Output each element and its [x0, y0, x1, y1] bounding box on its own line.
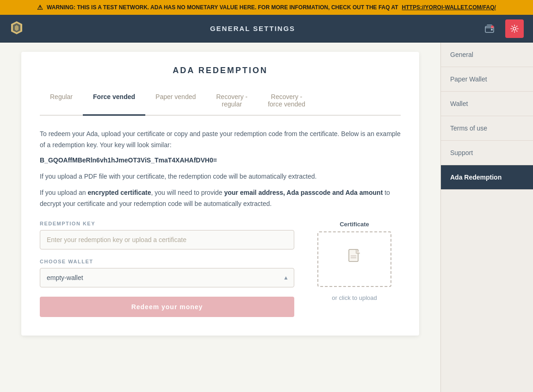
- wallet-select-wrapper: empty-wallet ▲: [40, 268, 294, 287]
- sidebar-item-wallet[interactable]: Wallet: [441, 92, 533, 116]
- right-sidebar: General Paper Wallet Wallet Terms of use…: [440, 43, 533, 392]
- tab-recovery-force-vended[interactable]: Recovery - force vended: [258, 88, 316, 116]
- svg-rect-4: [491, 29, 493, 31]
- sidebar-item-terms-of-use[interactable]: Terms of use: [441, 116, 533, 141]
- sidebar-item-paper-wallet[interactable]: Paper Wallet: [441, 67, 533, 92]
- tab-force-vended[interactable]: Force vended: [83, 88, 145, 116]
- redeem-button-wrapper: Redeem your money: [40, 297, 294, 317]
- redeem-button[interactable]: Redeem your money: [40, 297, 294, 317]
- tab-paper-vended[interactable]: Paper vended: [145, 88, 206, 116]
- warning-text: WARNING: THIS IS A TEST NETWORK. ADA HAS…: [47, 4, 398, 11]
- logo-icon: [9, 20, 24, 37]
- desc-3-bold1: encrypted certificate: [88, 189, 151, 196]
- page-title: GENERAL SETTINGS: [210, 25, 295, 32]
- sidebar-label-general: General: [450, 51, 473, 58]
- redemption-key-input[interactable]: [40, 230, 294, 249]
- warning-link[interactable]: HTTPS://YOROI-WALLET.COM/FAQ/: [402, 4, 496, 11]
- logo: [9, 20, 24, 37]
- sidebar-label-support: Support: [450, 149, 473, 156]
- upload-or-text: or click to upload: [332, 294, 377, 301]
- certificate-label: Certificate: [340, 221, 369, 228]
- nav-actions: 1: [481, 19, 524, 38]
- certificate-upload-area[interactable]: [317, 231, 391, 287]
- sidebar-label-paper-wallet: Paper Wallet: [450, 75, 487, 83]
- sidebar-item-general[interactable]: General: [441, 43, 533, 67]
- sidebar-label-wallet: Wallet: [450, 100, 468, 107]
- wallet-select[interactable]: empty-wallet: [40, 268, 294, 287]
- description-3: If you upload an encrypted certificate, …: [40, 187, 401, 210]
- tab-recovery-regular[interactable]: Recovery - regular: [206, 88, 258, 116]
- redemption-key-label: REDEMPTION KEY: [40, 221, 294, 226]
- description-1: To redeem your Ada, upload your certific…: [40, 129, 401, 151]
- sidebar-item-support[interactable]: Support: [441, 141, 533, 165]
- sidebar-label-terms-of-use: Terms of use: [450, 124, 487, 132]
- tabs: Regular Force vended Paper vended Recove…: [40, 88, 401, 116]
- wallet-button[interactable]: 1: [481, 20, 498, 37]
- form-right: Certificate or click to upl: [308, 221, 401, 317]
- warning-banner: ⚠ WARNING: THIS IS A TEST NETWORK. ADA H…: [0, 0, 533, 15]
- desc-3-pre: If you upload an: [40, 189, 88, 196]
- svg-point-7: [513, 27, 516, 30]
- key-example: B_GQOAffMBeRln6vh1hJmeOT3ViS_TmaT4XAHAfD…: [40, 156, 401, 164]
- desc-3-mid: , you will need to provide: [151, 189, 224, 196]
- sidebar-label-ada-redemption: Ada Redemption: [450, 174, 502, 181]
- main-layout: ADA REDEMPTION Regular Force vended Pape…: [0, 43, 533, 392]
- settings-button[interactable]: [505, 19, 524, 38]
- tab-regular[interactable]: Regular: [40, 88, 83, 116]
- choose-wallet-group: CHOOSE WALLET empty-wallet ▲: [40, 259, 294, 287]
- sidebar-item-ada-redemption[interactable]: Ada Redemption: [441, 165, 533, 190]
- desc-3-bold2: your email address, Ada passcode and Ada…: [224, 189, 383, 196]
- redemption-card: ADA REDEMPTION Regular Force vended Pape…: [21, 52, 419, 336]
- content-area: ADA REDEMPTION Regular Force vended Pape…: [0, 43, 440, 392]
- upload-icon: [346, 248, 363, 268]
- form-layout: REDEMPTION KEY CHOOSE WALLET empty-walle…: [40, 221, 401, 317]
- top-nav: GENERAL SETTINGS 1: [0, 15, 533, 43]
- description-2: If you upload a PDF file with your certi…: [40, 171, 401, 182]
- redemption-key-group: REDEMPTION KEY: [40, 221, 294, 249]
- warning-icon: ⚠: [37, 4, 43, 11]
- form-left: REDEMPTION KEY CHOOSE WALLET empty-walle…: [40, 221, 294, 317]
- choose-wallet-label: CHOOSE WALLET: [40, 259, 294, 264]
- card-title: ADA REDEMPTION: [40, 66, 401, 75]
